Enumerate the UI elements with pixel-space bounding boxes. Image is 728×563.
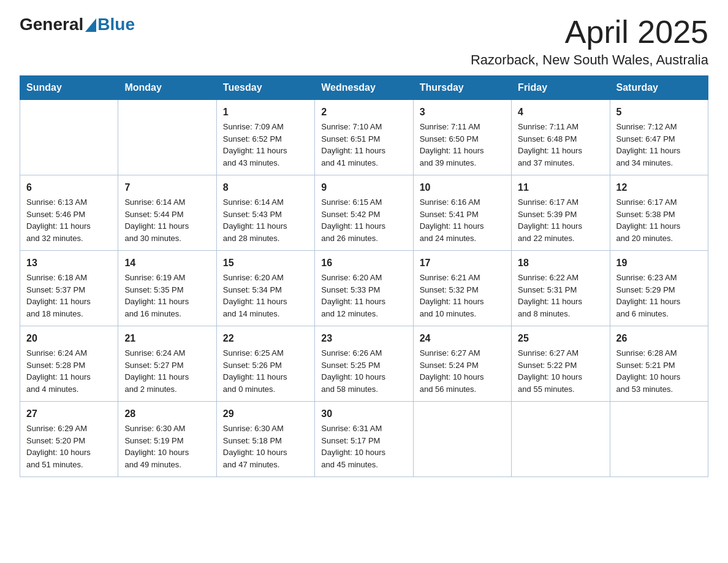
daylight-line1: Daylight: 10 hours [321, 371, 406, 383]
day-number: 5 [616, 105, 702, 120]
calendar-day-cell: 14Sunrise: 6:19 AMSunset: 5:35 PMDayligh… [118, 251, 216, 326]
col-monday: Monday [118, 76, 216, 100]
sunset-text: Sunset: 5:17 PM [321, 435, 406, 447]
day-number: 1 [223, 105, 308, 120]
calendar-day-cell: 13Sunrise: 6:18 AMSunset: 5:37 PMDayligh… [20, 251, 118, 326]
daylight-line1: Daylight: 10 hours [321, 446, 406, 459]
calendar-day-cell [118, 100, 216, 175]
daylight-line1: Daylight: 11 hours [124, 296, 210, 308]
daylight-line2: and 16 minutes. [124, 308, 210, 320]
daylight-line2: and 32 minutes. [26, 232, 112, 245]
daylight-line1: Daylight: 11 hours [321, 296, 406, 308]
daylight-line1: Daylight: 11 hours [518, 296, 603, 308]
calendar-day-cell [413, 402, 511, 477]
daylight-line2: and 24 minutes. [420, 232, 505, 245]
daylight-line2: and 22 minutes. [518, 232, 603, 245]
daylight-line1: Daylight: 11 hours [26, 371, 112, 383]
sunrise-text: Sunrise: 6:14 AM [124, 196, 210, 209]
col-wednesday: Wednesday [315, 76, 413, 100]
daylight-line2: and 37 minutes. [518, 157, 603, 169]
calendar-day-cell: 23Sunrise: 6:26 AMSunset: 5:25 PMDayligh… [315, 326, 413, 402]
day-number: 3 [420, 105, 505, 120]
calendar-day-cell: 3Sunrise: 7:11 AMSunset: 6:50 PMDaylight… [413, 100, 511, 175]
col-sunday: Sunday [20, 76, 118, 100]
sunset-text: Sunset: 5:29 PM [616, 284, 702, 296]
calendar-day-cell: 19Sunrise: 6:23 AMSunset: 5:29 PMDayligh… [610, 251, 708, 326]
daylight-line1: Daylight: 11 hours [223, 371, 308, 383]
daylight-line2: and 12 minutes. [321, 308, 406, 320]
sunrise-text: Sunrise: 7:12 AM [616, 121, 702, 133]
daylight-line2: and 0 minutes. [223, 383, 308, 396]
day-number: 9 [321, 180, 406, 195]
calendar-table: Sunday Monday Tuesday Wednesday Thursday… [20, 75, 708, 477]
daylight-line1: Daylight: 10 hours [420, 371, 505, 383]
sunrise-text: Sunrise: 6:24 AM [124, 347, 210, 359]
daylight-line1: Daylight: 11 hours [420, 220, 505, 232]
calendar-day-cell: 18Sunrise: 6:22 AMSunset: 5:31 PMDayligh… [512, 251, 610, 326]
day-number: 28 [124, 407, 210, 421]
sunset-text: Sunset: 6:48 PM [518, 133, 603, 145]
daylight-line1: Daylight: 11 hours [223, 220, 308, 232]
daylight-line1: Daylight: 11 hours [321, 220, 406, 232]
calendar-day-cell: 6Sunrise: 6:13 AMSunset: 5:46 PMDaylight… [20, 175, 118, 251]
calendar-day-cell: 21Sunrise: 6:24 AMSunset: 5:27 PMDayligh… [118, 326, 216, 402]
daylight-line1: Daylight: 10 hours [26, 446, 112, 459]
sunset-text: Sunset: 6:52 PM [223, 133, 308, 145]
daylight-line1: Daylight: 11 hours [321, 145, 406, 157]
calendar-day-cell: 29Sunrise: 6:30 AMSunset: 5:18 PMDayligh… [216, 402, 314, 477]
sunrise-text: Sunrise: 6:31 AM [321, 423, 406, 435]
daylight-line2: and 14 minutes. [223, 308, 308, 320]
daylight-line1: Daylight: 10 hours [223, 446, 308, 459]
day-number: 13 [26, 256, 112, 270]
sunset-text: Sunset: 5:22 PM [518, 359, 603, 372]
sunset-text: Sunset: 5:37 PM [26, 284, 112, 296]
col-tuesday: Tuesday [216, 76, 314, 100]
month-title: April 2025 [471, 15, 708, 50]
sunrise-text: Sunrise: 6:22 AM [518, 272, 603, 284]
daylight-line1: Daylight: 11 hours [616, 296, 702, 308]
day-number: 6 [26, 180, 112, 195]
sunrise-text: Sunrise: 6:19 AM [124, 272, 210, 284]
daylight-line2: and 51 minutes. [26, 459, 112, 471]
sunrise-text: Sunrise: 6:14 AM [223, 196, 308, 209]
sunrise-text: Sunrise: 6:30 AM [124, 423, 210, 435]
calendar-day-cell: 22Sunrise: 6:25 AMSunset: 5:26 PMDayligh… [216, 326, 314, 402]
sunrise-text: Sunrise: 7:11 AM [518, 121, 603, 133]
daylight-line1: Daylight: 10 hours [124, 446, 210, 459]
daylight-line1: Daylight: 11 hours [420, 296, 505, 308]
day-number: 4 [518, 105, 603, 120]
sunrise-text: Sunrise: 6:29 AM [26, 423, 112, 435]
sunset-text: Sunset: 5:44 PM [124, 209, 210, 221]
sunrise-text: Sunrise: 6:28 AM [616, 347, 702, 359]
day-number: 14 [124, 256, 210, 270]
daylight-line2: and 55 minutes. [518, 383, 603, 396]
daylight-line1: Daylight: 11 hours [124, 371, 210, 383]
daylight-line2: and 4 minutes. [26, 383, 112, 396]
sunrise-text: Sunrise: 7:10 AM [321, 121, 406, 133]
calendar-day-cell [512, 402, 610, 477]
daylight-line2: and 28 minutes. [223, 232, 308, 245]
sunset-text: Sunset: 5:38 PM [616, 209, 702, 221]
daylight-line1: Daylight: 11 hours [518, 220, 603, 232]
daylight-line1: Daylight: 11 hours [26, 296, 112, 308]
daylight-line1: Daylight: 11 hours [518, 145, 603, 157]
calendar-day-cell: 27Sunrise: 6:29 AMSunset: 5:20 PMDayligh… [20, 402, 118, 477]
daylight-line2: and 47 minutes. [223, 459, 308, 471]
daylight-line2: and 2 minutes. [124, 383, 210, 396]
sunrise-text: Sunrise: 6:30 AM [223, 423, 308, 435]
sunset-text: Sunset: 5:31 PM [518, 284, 603, 296]
daylight-line2: and 43 minutes. [223, 157, 308, 169]
sunset-text: Sunset: 5:27 PM [124, 359, 210, 372]
sunrise-text: Sunrise: 6:25 AM [223, 347, 308, 359]
sunrise-text: Sunrise: 6:13 AM [26, 196, 112, 209]
sunset-text: Sunset: 5:25 PM [321, 359, 406, 372]
col-saturday: Saturday [610, 76, 708, 100]
sunset-text: Sunset: 5:43 PM [223, 209, 308, 221]
daylight-line2: and 39 minutes. [420, 157, 505, 169]
daylight-line2: and 8 minutes. [518, 308, 603, 320]
sunrise-text: Sunrise: 6:27 AM [518, 347, 603, 359]
daylight-line2: and 56 minutes. [420, 383, 505, 396]
calendar-day-cell: 17Sunrise: 6:21 AMSunset: 5:32 PMDayligh… [413, 251, 511, 326]
daylight-line1: Daylight: 11 hours [616, 145, 702, 157]
daylight-line2: and 49 minutes. [124, 459, 210, 471]
